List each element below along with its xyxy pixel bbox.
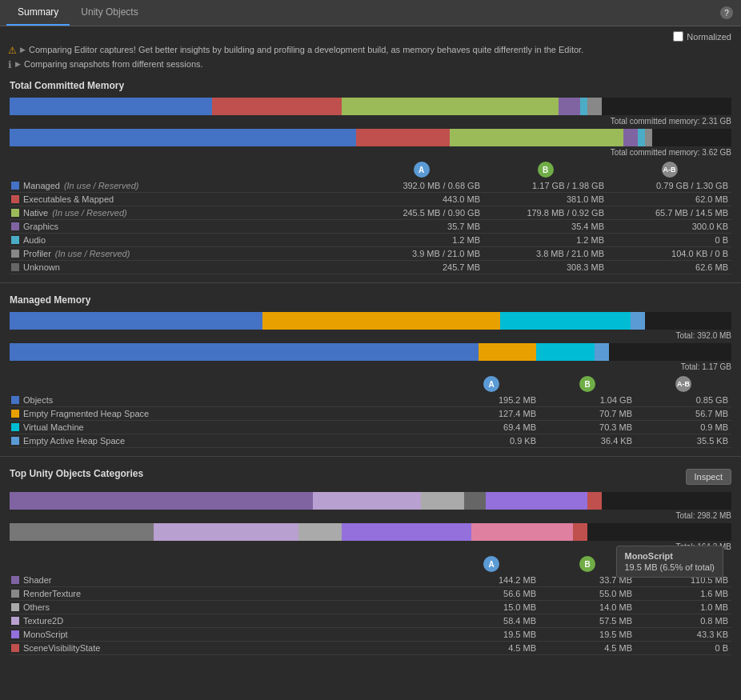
mgd-col-ab: A-B — [675, 376, 691, 392]
warning-row-2: ℹ ▶ Comparing snapshots from different s… — [0, 58, 741, 72]
tuo-bar-a-monoscript — [486, 492, 587, 510]
warning-icon: ⚠ — [8, 45, 17, 56]
mgd-bar-b-empty-active — [595, 343, 609, 361]
cell-val-b: 4.5 MB — [539, 642, 635, 655]
top-unity-bar-a — [10, 492, 731, 510]
table-row: Empty Active Heap Space 0.9 KB36.4 KB35.… — [10, 434, 731, 448]
cell-val-ab: 0.8 MB — [635, 614, 731, 628]
warning-text-2: Comparing snapshots from different sessi… — [24, 59, 203, 69]
cell-val-b: 381.0 MB — [483, 193, 607, 206]
cell-val-b: 55.0 MB — [539, 587, 635, 601]
mgd-bar-b-vm — [536, 343, 594, 361]
cell-val-a: 4.5 MB — [443, 642, 539, 655]
row-label: RenderTexture — [10, 587, 443, 601]
cell-val-ab: 62.0 MB — [607, 193, 731, 206]
mgd-col-a: A — [483, 376, 499, 392]
mgd-col-b: B — [579, 376, 595, 392]
bar-b-graphics — [623, 129, 638, 146]
expand-arrow-1[interactable]: ▶ — [20, 46, 26, 54]
row-label: Audio — [10, 234, 359, 247]
info-icon: ℹ — [8, 59, 12, 70]
mgd-bar-a-empty-frag — [262, 312, 501, 330]
row-label: Shader — [10, 574, 443, 587]
tuo-bar-b-shader — [10, 523, 154, 541]
tuo-bar-b-others — [298, 523, 342, 541]
tooltip-value: 19.5 MB (6.5% of total) — [625, 562, 715, 572]
managed-bar-a-label: Total: 392.0 MB — [10, 331, 731, 340]
row-label: Graphics — [10, 220, 359, 234]
row-label: Texture2D — [10, 614, 443, 628]
tuo-bar-a-rendertex — [313, 492, 421, 510]
bar-a-native — [342, 98, 559, 115]
table-row: Unknown 245.7 MB308.3 MB62.6 MB — [10, 261, 731, 274]
total-committed-table: Managed (In use / Reserved) 392.0 MB / 0… — [10, 179, 731, 274]
inspect-button[interactable]: Inspect — [686, 469, 731, 485]
managed-bar-b-label: Total: 1.17 GB — [10, 362, 731, 371]
bar-b-native — [450, 129, 623, 146]
normalized-label[interactable]: Normalized — [687, 32, 731, 42]
tab-summary[interactable]: Summary — [6, 0, 70, 26]
tuo-bar-b-mono — [342, 523, 471, 541]
col-label-b: B — [538, 162, 554, 178]
cell-val-b: 1.17 GB / 1.98 GB — [483, 179, 607, 193]
cell-val-b: 36.4 KB — [539, 434, 635, 448]
cell-val-ab: 104.0 KB / 0 B — [607, 247, 731, 261]
total-committed-section: Total Committed Memory Total committed m… — [0, 72, 741, 279]
cell-val-b: 179.8 MB / 0.92 GB — [483, 206, 607, 220]
col-label-ab: A-B — [662, 162, 678, 178]
table-row: Audio 1.2 MB1.2 MB0 B — [10, 234, 731, 247]
tab-unity-objects[interactable]: Unity Objects — [70, 0, 149, 26]
cell-val-ab: 0 B — [635, 642, 731, 655]
cell-val-a: 127.4 MB — [443, 407, 539, 421]
tuo-bar-a-tex2d — [464, 492, 486, 510]
row-label: Native (In use / Reserved) — [10, 206, 359, 220]
table-row: Native (In use / Reserved) 245.5 MB / 0.… — [10, 206, 731, 220]
row-label: Managed (In use / Reserved) — [10, 179, 359, 193]
mgd-bar-a-empty-active — [631, 312, 645, 330]
cell-val-ab: 43.3 KB — [635, 628, 731, 642]
tuo-bar-b-scene — [573, 523, 587, 541]
normalized-checkbox[interactable] — [673, 31, 683, 42]
cell-val-a: 56.6 MB — [443, 587, 539, 601]
table-row: Texture2D 58.4 MB57.5 MB0.8 MB — [10, 614, 731, 628]
cell-val-a: 35.7 MB — [359, 220, 483, 234]
mgd-bar-a-objects — [10, 312, 262, 330]
cell-val-ab: 0 B — [607, 234, 731, 247]
help-icon[interactable]: ? — [720, 6, 733, 19]
top-unity-bar-b — [10, 523, 731, 541]
table-row: Virtual Machine 69.4 MB70.3 MB0.9 MB — [10, 421, 731, 434]
bar-a-exec — [212, 98, 342, 115]
bar-a-audio — [580, 98, 587, 115]
table-row: Graphics 35.7 MB35.4 MB300.0 KB — [10, 220, 731, 234]
row-label: Others — [10, 601, 443, 614]
cell-val-ab: 35.5 KB — [635, 434, 731, 448]
cell-val-b: 1.2 MB — [483, 234, 607, 247]
table-row: Empty Fragmented Heap Space 127.4 MB70.7… — [10, 407, 731, 421]
cell-val-b: 70.7 MB — [539, 407, 635, 421]
row-label: Virtual Machine — [10, 421, 443, 434]
cell-val-b: 19.5 MB — [539, 628, 635, 642]
expand-arrow-2[interactable]: ▶ — [15, 60, 21, 68]
cell-val-b: 3.8 MB / 21.0 MB — [483, 247, 607, 261]
mgd-bar-b-empty-frag — [479, 343, 536, 361]
bar-b-unknown — [652, 129, 703, 146]
bar-a-label: Total committed memory: 2.31 GB — [10, 117, 731, 126]
cell-val-a: 1.2 MB — [359, 234, 483, 247]
table-row: Executables & Mapped 443.0 MB381.0 MB62.… — [10, 193, 731, 206]
managed-memory-section: Managed Memory Total: 392.0 MB Total: 1.… — [0, 286, 741, 453]
tuo-bar-b-tex2d — [471, 523, 572, 541]
row-label: SceneVisibilityState — [10, 642, 443, 655]
cell-val-a: 19.5 MB — [443, 628, 539, 642]
top-unity-header: Top Unity Objects Categories Inspect — [10, 468, 731, 486]
cell-val-ab: 0.79 GB / 1.30 GB — [607, 179, 731, 193]
tuo-col-b: B — [579, 556, 595, 572]
cell-val-b: 308.3 MB — [483, 261, 607, 274]
top-unity-table: Shader 144.2 MB33.7 MB110.5 MB RenderTex… — [10, 574, 731, 655]
table-row: MonoScript 19.5 MB19.5 MB43.3 KB — [10, 628, 731, 642]
cell-val-b: 1.04 GB — [539, 394, 635, 407]
row-label: Executables & Mapped — [10, 193, 359, 206]
cell-val-a: 443.0 MB — [359, 193, 483, 206]
bar-b-exec — [356, 129, 450, 146]
bar-b-managed — [10, 129, 356, 146]
normalized-row: Normalized — [0, 26, 741, 43]
